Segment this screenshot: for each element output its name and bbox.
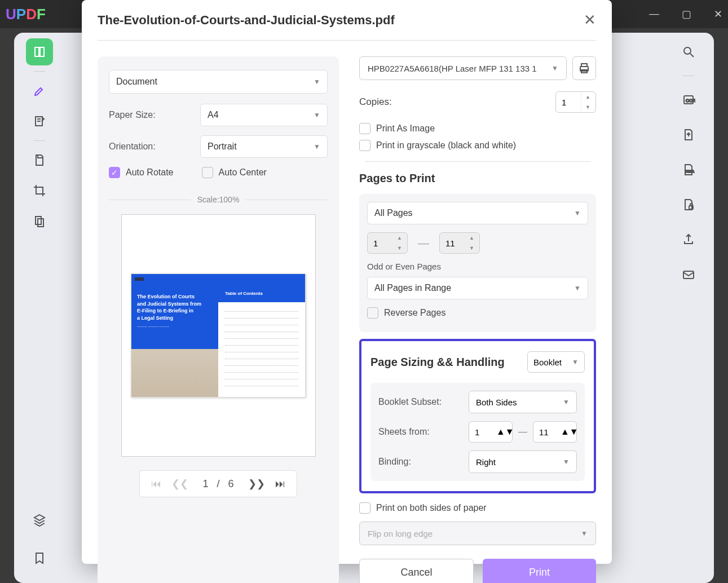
grayscale-checkbox[interactable] [359, 140, 370, 151]
reverse-pages-checkbox[interactable] [367, 307, 378, 319]
window-controls: — ▢ ✕ [649, 8, 722, 20]
edit-text-icon[interactable] [26, 108, 53, 135]
reverse-pages-label: Reverse Pages [384, 308, 445, 318]
odd-even-select[interactable]: All Pages in Range▼ [367, 277, 588, 299]
layers-icon[interactable] [26, 506, 53, 533]
printer-icon-button[interactable] [572, 56, 596, 80]
pages-to-print-title: Pages to Print [359, 172, 596, 185]
dialog-close-button[interactable]: ✕ [584, 11, 596, 29]
grayscale-label: Print in grayscale (black and white) [376, 140, 516, 151]
close-window-button[interactable]: ✕ [714, 8, 722, 20]
print-settings-panel: HPB0227A5A6618(HP Laser MFP 131 133 1▼ C… [359, 56, 596, 583]
flip-select: Flip on long edge▼ [359, 522, 596, 545]
svg-rect-5 [683, 271, 694, 279]
print-preview: The Evolution of Courts and Judicial Sys… [121, 214, 316, 457]
bookmark-icon[interactable] [26, 545, 53, 572]
app-logo: UPDF [6, 6, 46, 23]
search-icon[interactable] [675, 38, 702, 65]
left-sidebar-bottom [20, 506, 59, 572]
booklet-subset-select[interactable]: Both Sides▼ [469, 391, 577, 413]
crop-icon[interactable] [26, 177, 53, 204]
convert-icon[interactable] [675, 121, 702, 148]
ocr-icon[interactable]: OCR [675, 86, 702, 113]
reader-tab-icon[interactable] [26, 38, 53, 65]
auto-rotate-checkbox[interactable]: ✓ [109, 167, 120, 178]
svg-point-0 [684, 47, 691, 54]
odd-even-label: Odd or Even Pages [367, 262, 588, 271]
booklet-subset-label: Booklet Subset: [378, 397, 469, 407]
print-mode-select[interactable]: Document▼ [109, 70, 328, 94]
sheets-to-spinner[interactable]: ▲▼ [533, 421, 577, 443]
both-sides-label: Print on both sides of paper [376, 503, 487, 513]
highlighter-icon[interactable] [26, 77, 53, 104]
page-sizing-section: Page Sizing && Handling Booklet▼ Booklet… [359, 339, 596, 493]
range-to-spinner[interactable]: ▲▼ [439, 232, 480, 254]
binding-select[interactable]: Right▼ [469, 450, 577, 473]
mail-icon[interactable] [675, 261, 702, 288]
left-sidebar [20, 38, 59, 235]
print-preview-panel: Document▼ Paper Size: A4▼ Orientation: P… [98, 56, 339, 583]
preview-pager: ⏮ ❮❮ 1 / 6 ❯❯ ⏭ [139, 470, 297, 497]
range-from-spinner[interactable]: ▲▼ [367, 232, 408, 254]
orientation-select[interactable]: Portrait▼ [200, 135, 328, 158]
right-sidebar: OCR PDF/A [669, 38, 708, 288]
sheets-from-label: Sheets from: [378, 427, 469, 437]
auto-rotate-label: Auto Rotate [126, 167, 174, 178]
pager-next-button[interactable]: ❯❯ [248, 478, 265, 490]
lock-file-icon[interactable] [675, 191, 702, 218]
pager-prev-button[interactable]: ❮❮ [171, 478, 188, 490]
print-as-image-label: Print As Image [376, 123, 435, 134]
print-as-image-checkbox[interactable] [359, 123, 370, 134]
paper-size-select[interactable]: A4▼ [200, 104, 328, 126]
cancel-button[interactable]: Cancel [359, 559, 474, 583]
pages-icon[interactable] [26, 147, 53, 174]
share-icon[interactable] [675, 226, 702, 253]
copies-label: Copies: [359, 96, 392, 108]
orientation-label: Orientation: [109, 142, 193, 152]
svg-text:OCR: OCR [686, 98, 695, 103]
auto-center-checkbox[interactable] [202, 167, 213, 178]
pages-range-select[interactable]: All Pages▼ [367, 202, 588, 224]
binding-label: Binding: [378, 457, 469, 467]
scale-label: Scale:100% [191, 195, 246, 204]
page-sizing-title: Page Sizing && Handling [370, 356, 505, 369]
dialog-title: The-Evolution-of-Courts-and-Judicial-Sys… [98, 13, 395, 28]
pdfa-icon[interactable]: PDF/A [675, 156, 702, 183]
pager-first-button[interactable]: ⏮ [151, 478, 161, 490]
svg-text:PDF/A: PDF/A [686, 170, 694, 173]
auto-center-label: Auto Center [219, 167, 267, 178]
print-button[interactable]: Print [483, 559, 596, 583]
sheets-from-spinner[interactable]: ▲▼ [469, 421, 513, 443]
watermark-icon[interactable] [26, 207, 53, 235]
minimize-button[interactable]: — [649, 8, 659, 20]
copies-spinner[interactable]: ▲▼ [555, 91, 596, 113]
sizing-mode-select[interactable]: Booklet▼ [527, 351, 585, 373]
print-dialog: The-Evolution-of-Courts-and-Judicial-Sys… [82, 0, 612, 564]
maximize-button[interactable]: ▢ [682, 8, 691, 20]
pager-last-button[interactable]: ⏭ [275, 478, 285, 490]
printer-select[interactable]: HPB0227A5A6618(HP Laser MFP 131 133 1▼ [359, 56, 567, 80]
both-sides-checkbox[interactable] [359, 502, 370, 514]
paper-size-label: Paper Size: [109, 110, 193, 120]
